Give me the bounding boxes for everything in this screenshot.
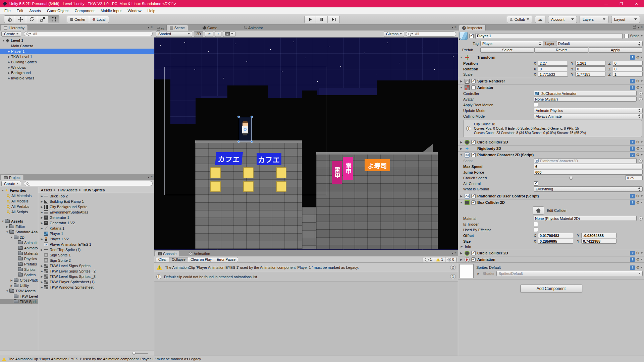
asset-generator-1[interactable]: ▶Generator 1 [38, 215, 154, 220]
animation-header[interactable]: ▶ Animation ?⚙ [458, 256, 644, 262]
panel-menu-icon[interactable]: ≡ [454, 251, 457, 255]
physics-material-field[interactable]: None (Physics Material 2D) [534, 216, 637, 221]
expander-icon[interactable]: ▶ [7, 66, 11, 69]
context-menu-icon[interactable] [641, 87, 643, 88]
shader-dropdown[interactable]: Sprites/Default [496, 271, 643, 276]
context-menu-icon[interactable] [641, 195, 643, 197]
foldout-icon[interactable]: ▶ [460, 258, 463, 261]
asset-environmentspriteatlas[interactable]: ▶EnvironmentSpriteAtlas [38, 209, 154, 215]
menu-window[interactable]: Window [125, 9, 145, 13]
2d-toggle-button[interactable]: 2D [194, 31, 203, 37]
asset-tkw-level-signs-sprites-2[interactable]: ▶TKW Level Signs Sprites _2 [38, 268, 154, 274]
expander-icon[interactable]: ▼ [1, 39, 6, 42]
status-bar[interactable]: The AnimationClip 'Player Animation EYES… [0, 356, 644, 362]
hierarchy-item-level-1[interactable]: ▼Level 1 [0, 38, 154, 43]
project-folder-tkw-levels[interactable]: TKW Levels [0, 294, 38, 299]
context-menu-icon[interactable] [641, 57, 643, 58]
script-field[interactable]: C#PlatformerCharacter2D [534, 158, 637, 163]
material-swatch[interactable] [460, 264, 474, 278]
scene-viewport[interactable]: カフエ カフエ 雷申 雷申 よ寿司 [154, 38, 458, 250]
help-icon[interactable]: ? [630, 257, 635, 262]
foldout-icon[interactable]: ▶ [460, 147, 463, 150]
controller-field[interactable]: 2dCharacterAnimator [534, 91, 637, 96]
hierarchy-item-player-1[interactable]: ▶Player 1 [0, 49, 154, 54]
selection-handle[interactable] [251, 116, 253, 118]
culling-mode-dropdown[interactable]: Always Animate [534, 114, 643, 119]
expander-icon[interactable]: ▶ [7, 61, 11, 64]
pivot-handle[interactable] [244, 128, 247, 131]
expander-icon[interactable]: ▶ [40, 281, 44, 284]
project-folder-2d[interactable]: ▼2D [0, 235, 38, 240]
project-folder-sprites[interactable]: Sprites [0, 272, 38, 278]
favorite-all-materials[interactable]: All Materials [0, 193, 38, 198]
asset-generator-1-v2[interactable]: ▶Generator 1 V2 [38, 220, 154, 226]
project-folder-materials[interactable]: Materials [0, 251, 38, 256]
help-icon[interactable]: ? [630, 146, 635, 151]
foldout-icon[interactable]: ▶ [460, 80, 463, 83]
shading-mode-dropdown[interactable]: Shaded [156, 31, 192, 37]
foldout-icon[interactable]: ▼ [460, 201, 463, 204]
tab-scene[interactable]: Scene [166, 25, 188, 31]
expander-icon[interactable]: ▼ [5, 231, 9, 234]
layer-dropdown[interactable]: Default [556, 41, 643, 46]
rotation-z-field[interactable]: 0 [613, 66, 643, 71]
asset-player-1[interactable]: Player 1 [38, 231, 154, 236]
asset-tkw-player-spritesheet-1[interactable]: ▶TKW Player Spritesheet (1) [38, 279, 154, 285]
info-counter[interactable]: !1 [423, 257, 434, 262]
menu-assets[interactable]: Assets [26, 9, 44, 13]
gear-icon[interactable]: ⚙ [636, 146, 640, 151]
expander-icon[interactable]: ▶ [40, 222, 44, 225]
help-icon[interactable]: ? [630, 55, 635, 60]
panel-dropdown-icon[interactable]: ▾ [148, 26, 150, 29]
crouch-speed-value[interactable]: 0.25 [625, 175, 643, 180]
breadcrumb-item-assets[interactable]: Assets [41, 188, 52, 192]
hierarchy-item-background[interactable]: ▶Background [0, 70, 154, 75]
scene-effects-dropdown[interactable] [223, 31, 235, 37]
menu-gameobject[interactable]: GameObject [44, 9, 72, 13]
collab-button[interactable]: Collab [507, 16, 532, 23]
scale-tool-button[interactable] [37, 15, 48, 23]
panel-menu-icon[interactable]: ≡ [641, 25, 643, 29]
asset-city-background-sprite[interactable]: ▶City Background Sprite [38, 204, 154, 209]
hand-tool-button[interactable] [4, 15, 15, 23]
foldout-icon[interactable]: ▼ [460, 86, 463, 89]
rigidbody-header[interactable]: ▶ ✦ Rigidbody 2D ?⚙ [458, 145, 644, 152]
foldout-icon[interactable]: ▼ [460, 154, 463, 157]
panel-dropdown-icon[interactable]: ▾ [148, 176, 150, 179]
foldout-icon[interactable]: ▶ [460, 195, 463, 198]
avatar-field[interactable]: None (Avatar) [534, 97, 637, 102]
jump-force-field[interactable]: 600 [534, 170, 643, 175]
component-checkbox[interactable] [471, 200, 476, 205]
tab-project[interactable]: Project [1, 175, 24, 180]
component-checkbox[interactable] [471, 79, 476, 83]
expander-icon[interactable]: ▶ [40, 270, 44, 273]
menu-help[interactable]: Help [144, 9, 158, 13]
static-dropdown-icon[interactable] [641, 35, 643, 37]
expander-icon[interactable]: ▶ [40, 200, 44, 203]
gear-icon[interactable]: ⚙ [636, 200, 640, 205]
component-checkbox[interactable] [471, 194, 476, 198]
expander-icon[interactable]: ▶ [7, 55, 11, 58]
position-y-field[interactable]: 1.261 [575, 61, 605, 66]
step-button[interactable] [328, 16, 340, 23]
asset-katana-1[interactable]: ▶Katana 1 [38, 226, 154, 231]
help-icon[interactable]: ? [630, 200, 635, 205]
project-folder-animator[interactable]: Animator [0, 245, 38, 251]
component-checkbox[interactable] [471, 85, 476, 90]
favorites-root[interactable]: ▼★Favorites [0, 188, 38, 193]
hierarchy-item-main-camera[interactable]: Main Camera [0, 43, 154, 49]
expander-icon[interactable]: ▶ [40, 216, 44, 219]
project-folder-tkw-sprites[interactable]: TKW Sprites [0, 299, 38, 304]
project-folder-animations[interactable]: Animations [0, 240, 38, 245]
project-folder-tkw-assets[interactable]: ▼TKW Assets [0, 288, 38, 294]
context-menu-icon[interactable] [641, 267, 643, 268]
help-icon[interactable]: ? [630, 194, 635, 198]
air-control-checkbox[interactable] [534, 181, 538, 186]
expander-icon[interactable]: ▶ [7, 50, 11, 53]
clear-button[interactable]: Clear [156, 257, 169, 262]
breadcrumb-item-tkw-assets[interactable]: TKW Assets [57, 188, 77, 192]
clear-on-play-button[interactable]: Clear on Play [188, 257, 214, 262]
project-folder-crossplatforminput[interactable]: ▶CrossPlatformInput [0, 278, 38, 283]
platformer-character-header[interactable]: ▼ C# Platformer Character 2D (Script) ?⚙ [458, 152, 644, 158]
asset-tkw-windows-spritesheet[interactable]: ▶TKW Windows Spritesheet [38, 285, 154, 290]
